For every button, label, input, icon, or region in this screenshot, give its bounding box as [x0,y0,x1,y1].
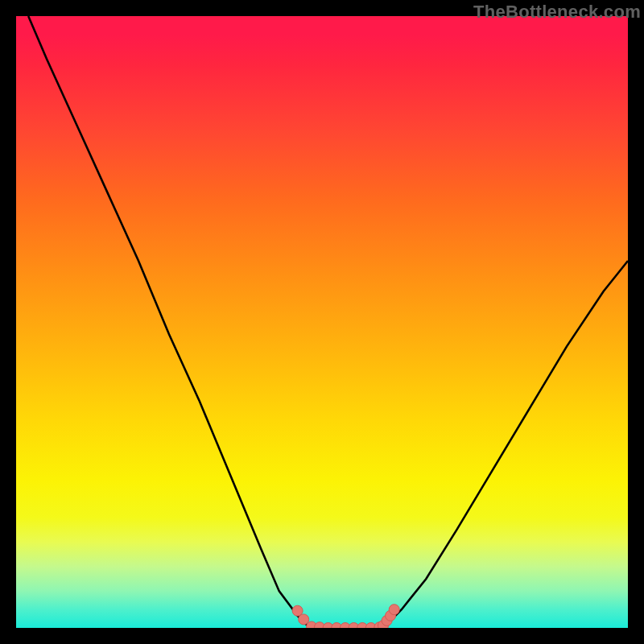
trough-marker [389,605,399,615]
curve-right [383,261,628,628]
chart-plot-area [16,16,628,628]
watermark-text: TheBottleneck.com [473,2,641,23]
chart-frame: TheBottleneck.com [0,0,644,644]
trough-markers [292,605,399,628]
trough-marker [299,614,309,625]
curve-left [28,16,310,628]
chart-svg [16,16,628,628]
